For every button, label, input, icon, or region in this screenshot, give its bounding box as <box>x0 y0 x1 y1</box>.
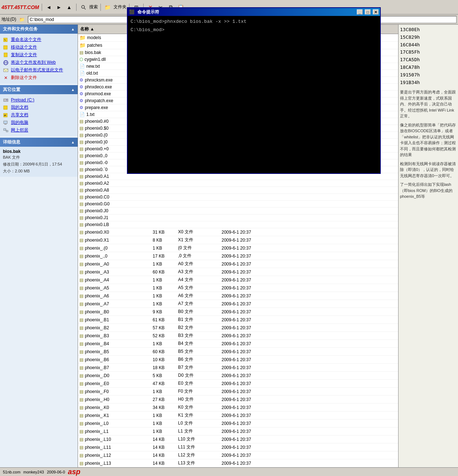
file-extra-cell <box>263 197 299 197</box>
file-size-cell: 14 KB <box>150 460 176 466</box>
table-row[interactable]: ▤ phoenix_.L10 14 KB L10 文件 2009-6-1 20:… <box>78 435 398 443</box>
file-date-cell <box>219 190 263 191</box>
table-row[interactable]: ▤ phoenix_.B5 60 KB B5 文件 2009-6-1 20:37 <box>78 348 398 356</box>
web-icon <box>3 60 9 66</box>
rename-icon: ✎ <box>3 37 9 43</box>
table-row[interactable]: ▤ phoenix_.,0 17 KB ,0 文件 2009-6-1 20:37 <box>78 252 398 260</box>
task-web[interactable]: 将这个文件发布到 Web <box>3 59 75 66</box>
table-row[interactable]: ▤ phoenix0.X0 31 KB X0 文件 2009-6-1 20:37 <box>78 228 398 236</box>
table-row[interactable]: ▤ phoenix_.K1 1 KB K1 文件 2009-6-1 20:37 <box>78 412 398 419</box>
folder-label[interactable]: 文件夹 <box>114 4 127 10</box>
table-row[interactable]: ▤ phoenix_.B4 1 KB B4 文件 2009-6-1 20:37 <box>78 340 398 348</box>
hex-value: 13C80Eh <box>400 26 457 34</box>
table-row[interactable]: ▤ phoenix_.A3 60 KB A3 文件 2009-6-1 20:37 <box>78 268 398 276</box>
table-row[interactable]: ▤ phoenix0.X1 8 KB X1 文件 2009-6-1 20:37 <box>78 236 398 244</box>
nav-shared-docs[interactable]: ⇄ 共享文档 <box>3 111 75 119</box>
table-row[interactable]: ▤ phoenix_.A7 1 KB A7 文件 2009-6-1 20:37 <box>78 300 398 308</box>
table-row[interactable]: ▤ phoenix_.E0 47 KB E0 文件 2009-6-1 20:37 <box>78 380 398 388</box>
file-extra-cell <box>263 335 299 336</box>
task-email[interactable]: 以电子邮件形式发送此文件 <box>3 66 75 74</box>
file-size-cell <box>150 183 176 184</box>
detail-collapse-btn[interactable]: ▲ <box>71 140 75 144</box>
table-row[interactable]: ▤ phoenix_.(0 1 KB (0 文件 2009-6-1 20:37 <box>78 244 398 252</box>
file-size-cell: 17 KB <box>150 253 176 259</box>
task-move[interactable]: 移动这个文件 <box>3 43 75 51</box>
file-date-cell: 2009-6-1 20:37 <box>219 413 263 418</box>
file-icon: ▤ <box>79 309 83 314</box>
table-row[interactable]: ▤ phoenix0.J1 <box>78 214 398 221</box>
file-name-cell: ▤ phoenix0.J1 <box>78 215 150 221</box>
tasks-collapse-btn[interactable]: ▲ <box>71 27 75 31</box>
file-size-cell: 61 KB <box>150 317 176 323</box>
file-extra-cell <box>263 439 299 440</box>
file-extra-cell <box>263 312 299 312</box>
file-date-cell: 2009-6-1 20:37 <box>219 429 263 434</box>
logo: 45TT.45TT.COM <box>1 4 39 10</box>
folder-button[interactable]: 📁 <box>103 3 112 12</box>
table-row[interactable]: ▤ phoenix0.G0 <box>78 201 398 208</box>
search-button[interactable] <box>79 3 88 12</box>
task-delete[interactable]: ✕ 删除这个文件 <box>3 74 75 82</box>
file-date-cell: 2009-6-1 20:37 <box>219 261 263 267</box>
table-row[interactable]: ▤ phoenix_.L11 14 KB L11 文件 2009-6-1 20:… <box>78 443 398 451</box>
cmd-maximize-btn[interactable]: □ <box>365 9 371 14</box>
table-row[interactable]: ▤ phoenix0.A2 <box>78 180 398 187</box>
task-copy[interactable]: 复制这个文件 <box>3 51 75 59</box>
file-icon: ▤ <box>79 215 83 220</box>
nav-my-computer[interactable]: 我的电脑 <box>3 119 75 126</box>
table-row[interactable]: ▤ phoenix_.A6 1 KB A6 文件 2009-6-1 20:37 <box>78 292 398 300</box>
file-icon: ▤ <box>79 133 83 138</box>
file-type-cell: A5 文件 <box>176 284 219 291</box>
table-row[interactable]: ▤ phoenix_.D0 5 KB D0 文件 2009-6-1 20:37 <box>78 372 398 380</box>
nav-network[interactable]: 网上邻居 <box>3 126 75 134</box>
table-row[interactable]: ▤ phoenix_.B2 57 KB B2 文件 2009-6-1 20:37 <box>78 324 398 332</box>
file-icon: ▤ <box>79 262 83 267</box>
table-row[interactable]: ▤ phoenix_.K0 34 KB K0 文件 2009-6-1 20:37 <box>78 404 398 412</box>
nav-my-docs[interactable]: 我的文档 <box>3 104 75 111</box>
file-type-cell: L11 文件 <box>176 444 219 451</box>
other-collapse-btn[interactable]: ▲ <box>71 88 75 92</box>
file-name-cell: ▤ phoenix_.L11 <box>78 444 150 450</box>
tasks-section: 文件和文件夹任务 ▲ ✎ 重命名这个文件 移动这个文件 <box>0 25 78 84</box>
search-label[interactable]: 搜索 <box>89 4 98 10</box>
file-type-cell: A0 文件 <box>176 260 219 267</box>
table-row[interactable]: ▤ phoenix0.A1 <box>78 173 398 180</box>
task-rename[interactable]: ✎ 重命名这个文件 <box>3 36 75 43</box>
table-row[interactable]: ▤ phoenix_.A4 1 KB A4 文件 2009-6-1 20:37 <box>78 276 398 284</box>
detail-header[interactable]: 详细信息 ▲ <box>0 138 78 147</box>
table-row[interactable]: ▤ phoenix_.L1 1 KB L1 文件 2009-6-1 20:37 <box>78 427 398 435</box>
table-row[interactable]: ▤ phoenix0.J0 <box>78 208 398 214</box>
file-size-cell: 1 KB <box>150 245 176 251</box>
file-name: phoenix0.,0 <box>85 153 107 158</box>
tasks-header[interactable]: 文件和文件夹任务 ▲ <box>0 25 78 34</box>
cmd-minimize-btn[interactable]: _ <box>357 9 363 14</box>
table-row[interactable]: ▤ phoenix_.B7 18 KB B7 文件 2009-6-1 20:37 <box>78 364 398 372</box>
table-row[interactable]: ▤ phoenix_.L13 14 KB L13 文件 2009-6-1 20:… <box>78 459 398 467</box>
table-row[interactable]: ▤ phoenix0.LB <box>78 221 398 228</box>
cmd-close-btn[interactable]: ✕ <box>373 9 379 14</box>
table-row[interactable]: ▤ phoenix_.L0 1 KB L0 文件 2009-6-1 20:37 <box>78 419 398 427</box>
table-row[interactable]: ▤ phoenix0.C0 <box>78 194 398 201</box>
forward-button[interactable]: ► <box>55 3 63 12</box>
table-row[interactable]: ▤ phoenix_.H0 27 KB H0 文件 2009-6-1 20:37 <box>78 396 398 404</box>
file-size-cell: 1 KB <box>150 389 176 394</box>
file-size-cell: 1 KB <box>150 429 176 434</box>
table-row[interactable]: ▤ phoenix_.L12 14 KB L12 文件 2009-6-1 20:… <box>78 451 398 459</box>
other-header[interactable]: 其它位置 ▲ <box>0 85 78 94</box>
table-row[interactable]: ▤ phoenix_.B1 61 KB B1 文件 2009-6-1 20:37 <box>78 316 398 324</box>
table-row[interactable]: ▤ phoenix_.B0 9 KB B0 文件 2009-6-1 20:37 <box>78 308 398 316</box>
table-row[interactable]: ▤ phoenix_.B6 10 KB B6 文件 2009-6-1 20:37 <box>78 356 398 364</box>
status-asp: asp <box>68 468 80 476</box>
nav-preload[interactable]: Preload (C:) <box>3 96 75 104</box>
file-name: phoenix0.#0 <box>85 119 108 124</box>
up-button[interactable]: ▲ <box>65 3 74 12</box>
file-name-cell: ▤ phoenix0.X1 <box>78 237 150 243</box>
table-row[interactable]: ▤ phoenix_.A0 1 KB A0 文件 2009-6-1 20:37 <box>78 260 398 268</box>
file-size-cell: 10 KB <box>150 357 176 363</box>
table-row[interactable]: ▤ phoenix_.A5 1 KB A5 文件 2009-6-1 20:37 <box>78 284 398 292</box>
table-row[interactable]: ▤ phoenix_.F0 1 KB F0 文件 2009-6-1 20:37 <box>78 388 398 396</box>
back-button[interactable]: ◄ <box>45 3 53 12</box>
table-row[interactable]: ▤ phoenix0.A8 <box>78 187 398 194</box>
table-row[interactable]: ▤ phoenix_.B3 52 KB B3 文件 2009-6-1 20:37 <box>78 332 398 340</box>
file-icon: ⬡ <box>79 57 83 62</box>
